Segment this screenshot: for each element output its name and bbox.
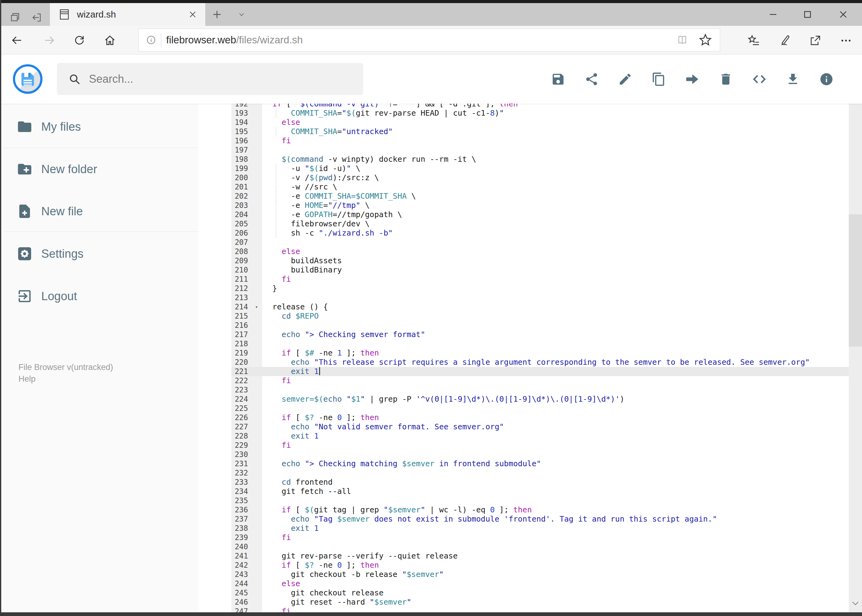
favorite-star-icon[interactable]: [699, 33, 712, 46]
sidebar-item-my-files[interactable]: My files: [0, 115, 199, 138]
code-line-204[interactable]: 204 -e GOPATH=//tmp/gopath \: [232, 210, 849, 219]
move-icon[interactable]: [685, 72, 700, 86]
fold-arrow-icon[interactable]: ▾: [255, 302, 258, 311]
sidebar-item-logout[interactable]: Logout: [0, 284, 199, 308]
code-line-193[interactable]: 193 COMMIT_SHA="$(git rev-parse HEAD | c…: [232, 108, 849, 118]
code-line-229[interactable]: 229 fi: [232, 441, 849, 450]
address-bar[interactable]: filebrowser.web/files/wizard.sh: [139, 28, 720, 51]
filebrowser-logo-icon[interactable]: [13, 64, 43, 94]
code-line-197[interactable]: 197: [232, 146, 849, 155]
code-line-242[interactable]: 242 if [ $? -ne 0 ]; then: [232, 561, 849, 570]
code-line-194[interactable]: 194 else: [232, 118, 849, 127]
edit-icon[interactable]: [618, 72, 632, 86]
more-options-icon[interactable]: [840, 34, 852, 46]
sidebar-item-new-folder[interactable]: New folder: [0, 157, 199, 181]
back-icon[interactable]: [11, 34, 23, 46]
code-line-214[interactable]: 214▾release () {: [232, 302, 849, 311]
vertical-scrollbar[interactable]: [849, 55, 862, 612]
code-icon[interactable]: [752, 72, 767, 86]
code-line-208[interactable]: 208 else: [232, 247, 849, 256]
page-info-icon[interactable]: [145, 35, 157, 46]
code-line-234[interactable]: 234 git fetch --all: [232, 487, 849, 496]
code-line-212[interactable]: 212}: [232, 284, 849, 293]
reading-view-icon[interactable]: [676, 34, 689, 46]
search-input[interactable]: [88, 72, 336, 86]
forward-icon[interactable]: [43, 34, 55, 46]
download-icon[interactable]: [786, 72, 800, 86]
close-window-icon[interactable]: [829, 3, 857, 26]
tab-wizard-sh[interactable]: wizard.sh: [50, 3, 205, 26]
tab-preview-chevron-icon[interactable]: [236, 11, 247, 19]
maximize-icon[interactable]: [793, 3, 822, 26]
code-line-243[interactable]: 243 git checkout -b release "$semver": [232, 570, 849, 579]
code-line-195[interactable]: 195 COMMIT_SHA="untracked": [232, 127, 849, 136]
code-line-238[interactable]: 238 exit 1: [232, 524, 849, 533]
code-line-219[interactable]: 219 if [ $# -ne 1 ]; then: [232, 349, 849, 358]
code-line-218[interactable]: 218: [232, 339, 849, 349]
save-icon[interactable]: [551, 72, 565, 86]
code-line-220[interactable]: 220 echo "This release script requires a…: [232, 358, 849, 367]
delete-icon[interactable]: [719, 72, 733, 86]
code-line-196[interactable]: 196 fi: [232, 136, 849, 146]
code-line-232[interactable]: 232: [232, 468, 849, 478]
code-line-237[interactable]: 237 echo "Tag $semver does not exist in …: [232, 514, 849, 524]
code-line-221[interactable]: 221 exit 1: [232, 367, 849, 376]
code-editor[interactable]: 192if [ "$(command -v git)" != "" ] && […: [199, 104, 849, 612]
code-line-223[interactable]: 223: [232, 385, 849, 394]
code-line-215[interactable]: 215 cd $REPO: [232, 311, 849, 321]
code-line-226[interactable]: 226 if [ $? -ne 0 ]; then: [232, 413, 849, 422]
stacked-tabs-icon[interactable]: [8, 12, 22, 24]
code-line-207[interactable]: 207: [232, 238, 849, 247]
home-icon[interactable]: [104, 34, 116, 46]
code-line-246[interactable]: 246 git reset --hard "$semver": [232, 597, 849, 607]
code-line-200[interactable]: 200 -v /$(pwd):/src:z \: [232, 173, 849, 182]
search-bar[interactable]: [57, 63, 363, 95]
refresh-icon[interactable]: [73, 34, 85, 46]
hub-icon[interactable]: [747, 34, 760, 46]
set-tabs-aside-icon[interactable]: [30, 12, 44, 24]
code-line-198[interactable]: 198 $(command -v winpty) docker run --rm…: [232, 155, 849, 164]
code-line-222[interactable]: 222 fi: [232, 376, 849, 385]
info-icon[interactable]: [819, 72, 834, 86]
code-line-201[interactable]: 201 -w //src \: [232, 182, 849, 192]
code-line-233[interactable]: 233 cd frontend: [232, 478, 849, 487]
code-line-205[interactable]: 205 filebrowser/dev \: [232, 219, 849, 228]
minimize-icon[interactable]: [759, 3, 787, 26]
code-line-244[interactable]: 244 else: [232, 579, 849, 588]
share-page-icon[interactable]: [809, 34, 821, 46]
code-line-230[interactable]: 230: [232, 450, 849, 459]
share-icon[interactable]: [585, 72, 599, 86]
code-line-236[interactable]: 236 if [ $(git tag | grep "$semver" | wc…: [232, 505, 849, 514]
code-line-209[interactable]: 209 buildAssets: [232, 256, 849, 266]
code-line-241[interactable]: 241 git rev-parse --verify --quiet relea…: [232, 552, 849, 561]
sidebar-item-settings[interactable]: Settings: [0, 242, 199, 266]
code-line-228[interactable]: 228 exit 1: [232, 432, 849, 441]
code-line-203[interactable]: 203 -e HOME="//tmp" \: [232, 201, 849, 210]
code-line-235[interactable]: 235: [232, 496, 849, 505]
code-line-206[interactable]: 206 sh -c "./wizard.sh -b": [232, 228, 849, 238]
code-line-225[interactable]: 225: [232, 404, 849, 413]
code-line-217[interactable]: 217 echo "> Checking semver format": [232, 330, 849, 339]
new-tab-icon[interactable]: [211, 9, 223, 20]
code-line-224[interactable]: 224 semver=$(echo "$1" | grep -P '^v(0|[…: [232, 394, 849, 404]
code-line-211[interactable]: 211 fi: [232, 275, 849, 284]
code-line-199[interactable]: 199 -u "$(id -u)" \: [232, 164, 849, 173]
code-line-216[interactable]: 216: [232, 321, 849, 330]
scroll-down-icon[interactable]: [851, 599, 860, 607]
web-note-pen-icon[interactable]: [778, 34, 790, 46]
code-line-231[interactable]: 231 echo "> Checking matching $semver in…: [232, 459, 849, 468]
code-line-192[interactable]: 192if [ "$(command -v git)" != "" ] && […: [232, 104, 849, 108]
help-link[interactable]: Help: [19, 374, 36, 384]
code-line-213[interactable]: 213: [232, 293, 849, 302]
code-line-240[interactable]: 240: [232, 542, 849, 552]
sidebar-item-new-file[interactable]: New file: [0, 200, 199, 223]
code-line-245[interactable]: 245 git checkout release: [232, 588, 849, 597]
code-line-202[interactable]: 202 -e COMMIT_SHA=$COMMIT_SHA \: [232, 192, 849, 201]
code-line-239[interactable]: 239 fi: [232, 533, 849, 542]
code-line-227[interactable]: 227 echo "Not valid semver format. See s…: [232, 422, 849, 432]
close-tab-icon[interactable]: [188, 10, 197, 19]
scrollbar-thumb[interactable]: [849, 214, 862, 347]
code-line-210[interactable]: 210 buildBinary: [232, 266, 849, 275]
copy-icon[interactable]: [651, 72, 666, 86]
code-line-247[interactable]: 247 fi: [232, 607, 849, 612]
